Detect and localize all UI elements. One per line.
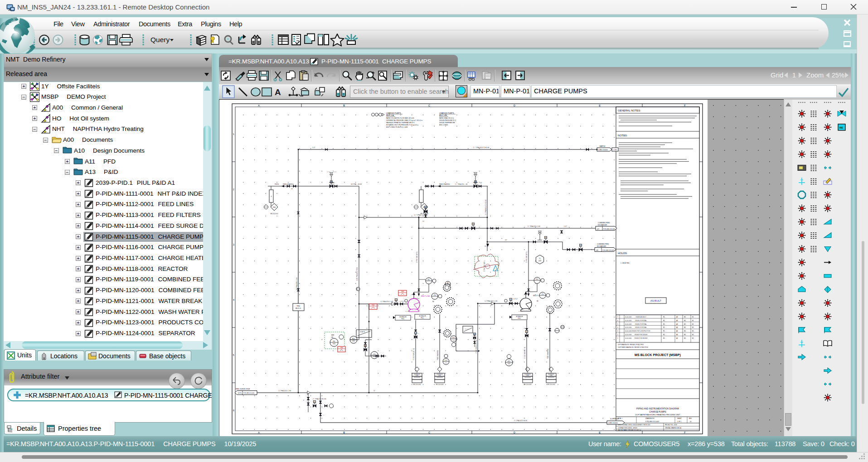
svg-text:2" PSV LINE (B7.5): 2" PSV LINE (B7.5) [416,251,418,262]
svg-text:FREE DRAINING: FREE DRAINING [547,349,549,359]
svg-text:ISSUED FOR FINAL: ISSUED FOR FINAL [635,323,647,325]
svg-text:2½": 2½" [441,332,443,334]
svg-text:NOTES:: NOTES: [618,134,628,137]
svg-text:PROJECT NO., 6234: PROJECT NO., 6234 [665,424,677,426]
svg-text:RATED HEAD 332.02 m: RATED HEAD 332.02 m [439,117,454,119]
svg-text:DRAWING NO.: DRAWING NO. [645,418,655,419]
svg-text:2-110: 2-110 [334,171,337,173]
svg-text:1-2"X-2": 1-2"X-2" [513,298,518,300]
svg-text:5: 5 [233,354,234,356]
svg-text:RC: RC [428,279,430,281]
svg-text:0270: 0270 [238,392,242,394]
svg-text:CSC: CSC [526,374,529,376]
svg-text:3: 3 [233,243,234,246]
svg-text:M: M [415,332,417,334]
svg-text:PG: PG [333,341,335,342]
svg-text:DESIGN TEMPERATURE: DESIGN TEMPERATURE [439,122,455,124]
svg-text:FREE DRAINING: FREE DRAINING [439,183,450,185]
svg-text:ISSUED FOR FINAL: ISSUED FOR FINAL [635,319,647,321]
svg-text:2-½"-PNA-4220-T2-H2-H4: 2-½"-PNA-4220-T2-H2-H4 [473,147,490,149]
svg-text:1-1/2": 1-1/2" [564,226,567,227]
svg-text:2½"-PNA-4221-T2-H2-H3: 2½"-PNA-4221-T2-H2-H3 [485,199,487,215]
svg-text:EXCHANGER: EXCHANGER [598,224,607,226]
svg-text:1: 1 [233,133,234,135]
svg-text:FULL: FULL [421,317,424,319]
svg-text:RC: RC [663,316,665,318]
svg-text:1. DELETED.: 1. DELETED. [621,262,630,264]
svg-text:CAD FILE NAME : P-PID-MN-1115-: CAD FILE NAME : P-PID-MN-1115-0001_6a [618,429,641,431]
svg-text:MN-SC-01: MN-SC-01 [296,308,301,309]
svg-text:MS BLOCK PROJECT (MSBP): MS BLOCK PROJECT (MSBP) [635,353,681,357]
svg-text:SAMPLE: SAMPLE [600,145,606,147]
svg-text:1003: 1003 [538,260,541,261]
svg-text:3/4": 3/4" [417,333,419,334]
svg-text:MISC CONNS: MISC CONNS [439,124,448,126]
svg-text:AS-BUILT: AS-BUILT [650,299,662,302]
svg-text:CSC: CSC [416,374,419,376]
svg-text:D: D [514,431,515,434]
svg-text:3/4": 3/4" [485,245,487,247]
svg-text:UOP DRAWING NO. REVIEW OF MULT: UOP DRAWING NO. REVIEW OF MULTIPLE [618,344,644,346]
svg-text:CHARGE PUMPS: CHARGE PUMPS [386,112,401,114]
svg-text:MN-P-01A: MN-P-01A [421,295,430,297]
svg-text:TRIM: TRIM [401,290,404,292]
svg-text:00-00-0000: 00-00-0000 [625,327,632,328]
svg-text:B: B [343,104,345,107]
svg-text:FEED SURGE DRUM: FEED SURGE DRUM [236,388,250,390]
svg-text:A: A [275,87,281,97]
svg-text:00-00-0000: 00-00-0000 [625,330,632,332]
svg-text:DIFFERENTIAL PRESSURE: HEAD 3: DIFFERENTIAL PRESSURE: HEAD 372 kg/cm2 /… [386,120,422,121]
svg-text:CONTRACTOR B JOB NO., UH3223: CONTRACTOR B JOB NO., UH3223 [618,427,637,428]
svg-text:AV: AV [676,337,678,339]
svg-text:PIC: PIC [536,279,538,280]
svg-text:RE: RE [839,126,843,129]
svg-text:HHH: HHH [331,334,334,336]
svg-text:2" PSV LINE (B2½): 2" PSV LINE (B2½) [484,260,485,271]
svg-text:028: 028 [596,249,598,251]
svg-text:M: M [545,237,547,239]
svg-text:2-½"-PNA-4220-...-H3: 2-½"-PNA-4220-...-H3 [455,183,468,185]
svg-text:00-00-0000: 00-00-0000 [625,334,632,336]
svg-text:GENERAL NOTES:: GENERAL NOTES: [618,109,641,112]
svg-text:MISC CONNS TP-WN-S-DC-I-UHH: MISC CONNS TP-WN-S-DC-I-UHH [386,126,407,128]
svg-text:MN-100-0002: MN-100-0002 [270,213,278,215]
svg-text:M: M [396,299,397,301]
svg-text:MC: MC [684,337,686,339]
svg-text:Vertical: Vertical [415,298,420,299]
svg-text:TX: TX [542,294,544,295]
svg-text:AV: AV [676,330,678,332]
svg-text:FREE DRAINING: FREE DRAINING [437,350,439,360]
svg-text:3/4"-PNA-...-H2-H3: 3/4"-PNA-...-H2-H3 [351,183,362,185]
svg-text:CHARGE PUMPS: CHARGE PUMPS [649,411,666,413]
svg-text:2½"-PNA-4220-H2-I-H4: 2½"-PNA-4220-H2-I-H4 [313,398,326,400]
svg-text:2½"-PNA-4220-C-I-H4: 2½"-PNA-4220-C-I-H4 [528,226,540,227]
svg-text:0-MN-110000: 0-MN-110000 [598,149,608,150]
svg-text:M: M [526,331,528,332]
svg-text:1001: 1001 [352,340,355,342]
svg-text:M: M [510,298,512,300]
svg-text:COMBINED FEED: COMBINED FEED [597,243,609,245]
svg-text:ISSUED AS-BUILT: ISSUED AS-BUILT [635,316,646,318]
svg-text:2" CSC RUN (2-1/2" B): 2" CSC RUN (2-1/2" B) [475,340,477,353]
svg-text:1003: 1003 [452,339,455,341]
svg-text:PCT: PCT [452,337,455,339]
svg-text:1 OF 1: 1 OF 1 [677,421,682,423]
svg-text:RC: RC [663,323,665,325]
svg-text:3/4": 3/4" [368,346,369,348]
svg-text:TX: TX [434,294,436,296]
svg-text:PIPING AND INSTRUMENTATION DIA: PIPING AND INSTRUMENTATION DIAGRAM [636,408,679,410]
svg-text:B: B [343,431,345,434]
svg-text:ESTIMATED SHUTOFF PRESSURE 79: ESTIMATED SHUTOFF PRESSURE 79.70 kg/cm2 … [386,124,418,126]
svg-text:A: A [258,431,260,434]
svg-text:BC: BC [692,330,694,332]
svg-text:D: D [514,104,515,107]
svg-text:M: M [473,223,474,225]
svg-text:RB: RB [537,300,538,302]
svg-text:2-1/2"-PNA-4221-T2-H3: 2-1/2"-PNA-4221-T2-H3 [356,267,358,280]
svg-text:RC: RC [663,330,665,332]
svg-text:3/4": 3/4" [480,182,482,184]
svg-text:1001: 1001 [445,362,447,363]
svg-text:TRIM: TRIM [372,304,374,306]
svg-text:P-FID-MN-1119-0001: P-FID-MN-1119-0001 [602,249,615,251]
svg-text:BC: BC [692,316,694,318]
